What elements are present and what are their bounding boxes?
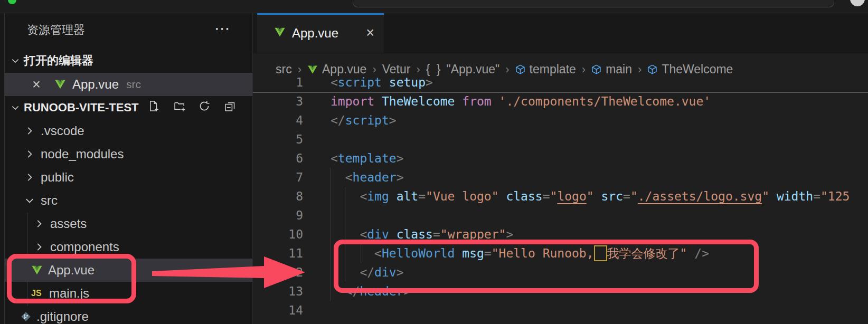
code-line-10[interactable]: 10 <div class="wrapper">: [253, 225, 868, 244]
code-text: [303, 301, 331, 320]
code-line-9[interactable]: 9: [253, 206, 868, 225]
code-line-4[interactable]: 4</script>: [253, 111, 868, 130]
chevron-down-icon: [10, 102, 21, 113]
code-text: </header>: [303, 282, 411, 301]
new-folder-icon[interactable]: [174, 100, 185, 112]
tree-item-label: assets: [50, 216, 87, 231]
code-line-14[interactable]: 14: [253, 301, 868, 320]
tree-item--vscode[interactable]: .vscode: [5, 119, 252, 142]
more-actions-icon[interactable]: ⋯: [212, 20, 233, 37]
tree-item-label: node_modules: [41, 147, 124, 161]
tree-item-assets[interactable]: assets: [5, 212, 252, 235]
tree-item-node-modules[interactable]: node_modules: [5, 142, 252, 166]
code-text: <HelloWorld msg="Hello Runoob, 我学会修改了" /…: [303, 244, 709, 263]
refresh-button[interactable]: [199, 100, 213, 115]
line-number: 10: [253, 225, 303, 244]
sidebar-title: 资源管理器: [27, 23, 85, 37]
tree-item-label: public: [41, 170, 74, 185]
chevron-down-icon: [24, 195, 35, 206]
collapse-all-icon[interactable]: [224, 100, 236, 112]
title-bar: [0, 0, 868, 13]
code-line-11[interactable]: 11 <HelloWorld msg="Hello Runoob, 我学会修改了…: [253, 244, 868, 263]
code-text: [303, 206, 331, 225]
line-number: 3: [253, 92, 303, 111]
line-number: 12: [253, 263, 303, 282]
account-avatar[interactable]: [850, 0, 865, 6]
refresh-icon[interactable]: [199, 100, 210, 112]
code-text: [303, 130, 331, 149]
vue-icon: [54, 79, 66, 90]
line-number: 6: [253, 149, 303, 168]
line-number: 8: [253, 187, 303, 206]
tree-item-components[interactable]: components: [5, 235, 252, 259]
tree-item-label: src: [41, 193, 58, 208]
explorer-sidebar: 资源管理器 ⋯ 打开的编辑器 ×App.vuesrc RUNOOB-VITE-T…: [5, 13, 252, 324]
vue-icon: [274, 26, 286, 38]
git-icon: [21, 311, 31, 322]
chevron-right-icon: [24, 148, 35, 160]
code-line-3[interactable]: 3import TheWelcome from './components/Th…: [253, 92, 868, 111]
tab-close-icon[interactable]: ×: [366, 25, 374, 41]
tree-item-label: App.vue: [48, 263, 95, 278]
javascript-icon: JS: [31, 289, 44, 298]
line-number: 7: [253, 168, 303, 187]
code-line-13[interactable]: 13 </header>: [253, 282, 868, 301]
project-name: RUNOOB-VITE-TEST: [24, 101, 139, 115]
tree-item-src[interactable]: src: [5, 189, 252, 212]
command-center[interactable]: [353, 0, 834, 7]
chevron-right-icon: [24, 171, 35, 183]
code-text: <img alt="Vue logo" class="logo" src="./…: [303, 187, 850, 206]
code-text: </div>: [303, 263, 404, 282]
line-number: 5: [253, 130, 303, 149]
code-text: <div class="wrapper">: [303, 225, 513, 244]
line-number: 14: [253, 301, 303, 320]
window-left-edge: [0, 13, 5, 324]
vue-icon: [31, 264, 43, 276]
tree-item-public[interactable]: public: [5, 166, 252, 189]
section-label: 打开的编辑器: [24, 53, 93, 69]
project-section-header[interactable]: RUNOOB-VITE-TEST: [5, 96, 252, 119]
open-editor-detail: src: [126, 78, 141, 91]
new-folder-button[interactable]: [174, 100, 188, 115]
code-line-6[interactable]: 6<template>: [253, 149, 868, 168]
tree-item-label: .vscode: [41, 123, 84, 138]
code-line-1[interactable]: 1<script setup>: [253, 73, 868, 92]
code-text: </script>: [303, 111, 397, 130]
open-editor-name: App.vue: [72, 77, 119, 92]
tree-item-label: .gitignore: [36, 309, 89, 324]
tree-item-app-vue[interactable]: App.vue: [5, 259, 252, 282]
editor-group: App.vue × src›App.vue›Vetur›{ }"App.vue"…: [252, 13, 868, 324]
tree-item-main-js[interactable]: JSmain.js: [5, 282, 252, 305]
open-editor-item[interactable]: ×App.vuesrc: [5, 73, 252, 96]
chevron-right-icon: [33, 241, 45, 253]
vscode-window: 资源管理器 ⋯ 打开的编辑器 ×App.vuesrc RUNOOB-VITE-T…: [0, 0, 868, 324]
code-line-5[interactable]: 5: [253, 130, 868, 149]
line-number: 13: [253, 282, 303, 301]
close-icon[interactable]: ×: [32, 78, 45, 91]
line-number: 11: [253, 244, 303, 263]
tree-item--gitignore[interactable]: .gitignore: [5, 305, 252, 324]
line-number: 9: [253, 206, 303, 225]
vue-icon: [274, 26, 286, 40]
chevron-down-icon: [10, 55, 21, 66]
code-line-7[interactable]: 7 <header>: [253, 168, 868, 187]
code-editor[interactable]: 1<script setup>3import TheWelcome from '…: [253, 73, 868, 324]
tree-item-label: main.js: [49, 286, 89, 301]
new-file-button[interactable]: [148, 100, 163, 115]
open-editors-section-header[interactable]: 打开的编辑器: [5, 49, 252, 72]
chevron-right-icon: [33, 218, 45, 230]
active-tab-accent: [257, 13, 384, 15]
collapse-all-button[interactable]: [224, 100, 239, 115]
traffic-light-green[interactable]: [8, 0, 16, 4]
tab-bar: App.vue ×: [253, 13, 868, 53]
code-line-8[interactable]: 8 <img alt="Vue logo" class="logo" src="…: [253, 187, 868, 206]
new-file-icon[interactable]: [148, 100, 159, 112]
tab-app-vue[interactable]: App.vue ×: [257, 13, 384, 53]
code-line-12[interactable]: 12 </div>: [253, 263, 868, 282]
code-text: <header>: [303, 168, 404, 187]
chevron-right-icon: [24, 125, 35, 137]
code-text: <template>: [303, 149, 404, 168]
line-number: 1: [253, 73, 303, 92]
tree-item-label: components: [50, 240, 119, 254]
tab-label: App.vue: [292, 26, 338, 41]
